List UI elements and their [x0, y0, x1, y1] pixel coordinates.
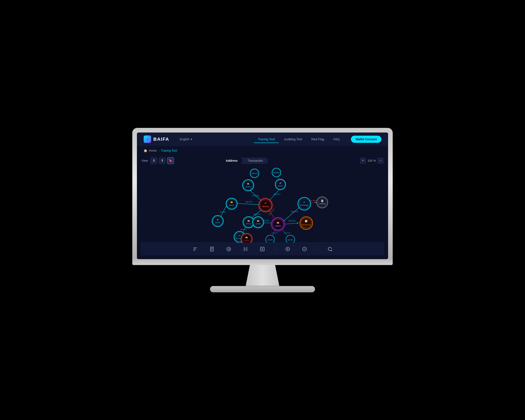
svg-text:💳: 💳 [257, 219, 259, 222]
svg-text:💳: 💳 [277, 221, 280, 224]
svg-text:Gamble site: Gamble site [302, 224, 311, 225]
svg-text:600 ETH: 600 ETH [272, 232, 278, 234]
svg-text:500 ETH: 500 ETH [291, 211, 298, 213]
monitor-chin [132, 259, 393, 265]
node-654844[interactable]: 💳 654844 [243, 179, 254, 191]
home-icon: 🏠 [144, 149, 147, 152]
breadcrumb-separator: › [158, 149, 159, 152]
svg-text:🎲: 🎲 [305, 220, 308, 223]
chevron-down-icon: ▾ [191, 138, 192, 141]
nav-faq[interactable]: FAQ [329, 136, 343, 143]
svg-text:💳: 💳 [247, 219, 250, 222]
zoom-in-button[interactable]: + [360, 158, 366, 164]
svg-text:623454: 623454 [288, 239, 293, 241]
svg-text:50 ETH: 50 ETH [220, 211, 226, 213]
toolbar-divider-2 [317, 246, 317, 252]
svg-point-64 [213, 216, 222, 225]
svg-point-77 [272, 219, 283, 230]
svg-text:654844: 654844 [245, 186, 251, 187]
scan-icon-button[interactable] [241, 245, 250, 253]
breadcrumb-home[interactable]: Home [149, 149, 157, 152]
tab-transaction[interactable]: Transaction [243, 158, 268, 164]
add-icon-button[interactable] [283, 245, 292, 253]
node-124355[interactable]: 💳 124355 [253, 216, 264, 228]
node-456437[interactable]: ⇌ 456437 [212, 215, 223, 227]
node-675475[interactable]: 675475 [250, 169, 259, 178]
bottom-toolbar [141, 243, 384, 255]
svg-text:⇌: ⇌ [217, 218, 219, 221]
nav-auditing-tool[interactable]: Auditing Tool [280, 136, 306, 143]
monitor-stand-base [210, 286, 315, 292]
scene: BAIFA English ▾ Tracing Tool Auditing To… [132, 128, 393, 292]
logo-area: BAIFA [144, 135, 169, 143]
svg-text:Mixing: Mixing [262, 205, 269, 207]
svg-text:400 ETH: 400 ETH [288, 220, 295, 222]
minus-icon-button[interactable] [300, 245, 309, 253]
document-icon-button[interactable] [208, 245, 216, 253]
navbar: BAIFA English ▾ Tracing Tool Auditing To… [137, 132, 388, 146]
share-button[interactable]: ⬆ [159, 157, 166, 164]
svg-point-56 [299, 198, 309, 209]
svg-text:653475: 653475 [229, 204, 234, 206]
graph-visualization[interactable]: 200 ETH 100 ETH 200 ETH 200 ETH 50 ETH [141, 167, 384, 243]
node-234354[interactable]: 234354 [266, 235, 274, 242]
tab-group: Address Transaction [221, 158, 268, 164]
node-746543[interactable]: 💳 746543 [241, 233, 252, 243]
tab-address[interactable]: Address [221, 158, 243, 164]
nav-red-flag[interactable]: Red Flag [308, 136, 328, 143]
svg-text:675475: 675475 [252, 172, 258, 175]
node-465352[interactable]: 465352 [272, 168, 281, 177]
svg-text:💳: 💳 [230, 201, 233, 204]
download-button[interactable]: ⬇ [150, 157, 157, 164]
svg-text:Contract: Contract [319, 203, 326, 205]
node-653475[interactable]: 💳 653475 [226, 198, 237, 209]
language-selector[interactable]: English ▾ [178, 137, 194, 142]
wallet-connect-button[interactable]: Wallet Connect [351, 136, 381, 143]
nav-tracing-tool[interactable]: Tracing Tool [254, 136, 279, 143]
svg-text:600 ETH: 600 ETH [284, 232, 290, 234]
svg-text:200 ETH: 200 ETH [252, 195, 259, 197]
node-623454[interactable]: 623454 [286, 235, 295, 242]
export-icon-button[interactable] [258, 245, 266, 253]
svg-text:200 ETH: 200 ETH [253, 213, 260, 215]
svg-point-52 [227, 199, 236, 208]
svg-text:💳: 💳 [247, 183, 249, 185]
svg-point-68 [244, 218, 253, 227]
breadcrumb-current: Tracing Tool [161, 149, 177, 152]
svg-point-60 [318, 198, 327, 207]
zoom-level: 100 % [367, 159, 376, 162]
nav-links: Tracing Tool Auditing Tool Red Flag FAQ [254, 136, 343, 143]
node-038264[interactable]: 💳 038264 [270, 216, 286, 232]
monitor: BAIFA English ▾ Tracing Tool Auditing To… [132, 128, 393, 259]
node-mixing[interactable]: ⇄ Mixing [257, 197, 273, 213]
filter-icon-button[interactable] [191, 245, 199, 253]
svg-text:100 ETH: 100 ETH [273, 193, 281, 195]
zoom-out-button[interactable]: − [378, 158, 384, 164]
swap-icon-button[interactable] [225, 245, 233, 253]
bookmark-button[interactable]: 🔖 [167, 157, 174, 164]
svg-text:746543: 746543 [244, 239, 249, 241]
svg-text:038264: 038264 [275, 225, 281, 227]
svg-text:🔗: 🔗 [279, 182, 281, 184]
node-gamble-site[interactable]: 🎲 Gamble site [300, 216, 313, 229]
svg-point-39 [244, 181, 253, 190]
svg-text:💳: 💳 [245, 236, 248, 239]
svg-text:⇌: ⇌ [303, 201, 305, 203]
svg-text:456437: 456437 [215, 222, 220, 224]
svg-text:435345: 435345 [278, 185, 283, 187]
graph-container: View ⬇ ⬆ 🔖 Address Transaction + 100 % − [137, 155, 388, 259]
svg-point-72 [253, 218, 263, 227]
refresh-icon-button[interactable] [326, 245, 334, 253]
monitor-stand-neck [242, 265, 283, 286]
node-435345[interactable]: 🔗 435345 [275, 179, 286, 189]
svg-text:Exchange: Exchange [300, 204, 308, 206]
view-label: View [141, 159, 148, 162]
svg-text:⇌: ⇌ [239, 234, 240, 236]
node-exchange1[interactable]: ⇌ Exchange [298, 197, 311, 210]
svg-text:124355: 124355 [256, 223, 261, 224]
node-contract[interactable]: 📄 Contract [317, 197, 328, 208]
svg-text:654732: 654732 [246, 223, 251, 224]
logo-icon [144, 135, 151, 143]
zoom-controls: + 100 % − [360, 158, 384, 164]
svg-text:234354: 234354 [267, 239, 272, 241]
